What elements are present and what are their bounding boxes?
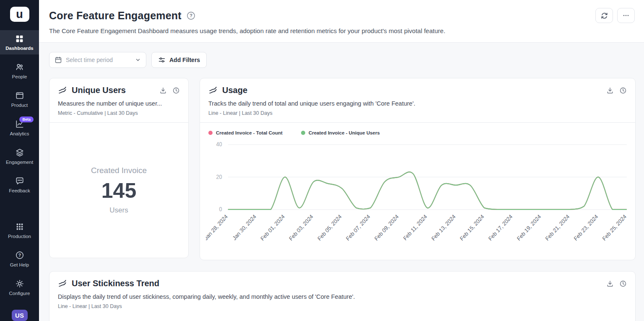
sidebar-item-label: Production	[8, 234, 31, 239]
main-area: Core Feature Engagement ? The Core Featu…	[39, 0, 644, 321]
people-icon	[15, 62, 24, 72]
svg-text:40: 40	[216, 141, 222, 148]
card-meta: Metric - Cumulative | Last 30 Days	[58, 110, 180, 116]
legend-label: Created Invoice - Unique Users	[309, 130, 380, 135]
usage-line-chart: 02040Jan 28, 2024Jan 30, 2024Feb 01, 202…	[206, 136, 632, 249]
sidebar-item-get-help[interactable]: ? Get Help	[0, 247, 39, 271]
sidebar-item-configure[interactable]: Configure	[0, 275, 39, 300]
product-icon	[15, 91, 24, 101]
filter-toolbar: Select time period Add Filters	[49, 52, 636, 68]
dashboards-icon	[15, 34, 24, 44]
legend-dot	[301, 131, 305, 135]
svg-text:Jan 28, 2024: Jan 28, 2024	[206, 213, 229, 242]
svg-text:Feb 13, 2024: Feb 13, 2024	[430, 213, 457, 242]
chevron-down-icon	[135, 57, 141, 63]
svg-text:Feb 15, 2024: Feb 15, 2024	[459, 213, 485, 242]
feedback-icon	[15, 176, 24, 186]
svg-text:Feb 09, 2024: Feb 09, 2024	[373, 213, 400, 242]
card-title: User Stickiness Trend	[72, 279, 159, 288]
cards-row: Unique Users Measures the number of uni	[49, 78, 636, 260]
sidebar-item-dashboards[interactable]: Dashboards	[0, 30, 39, 54]
page-title: Core Feature Engagement	[49, 10, 182, 22]
download-icon[interactable]	[159, 87, 167, 94]
more-options-button[interactable]	[617, 8, 635, 23]
sidebar-item-people[interactable]: People	[0, 59, 39, 83]
svg-text:0: 0	[219, 206, 222, 213]
sidebar-item-label: Product	[11, 103, 28, 108]
svg-text:?: ?	[18, 253, 21, 258]
refresh-button[interactable]	[595, 8, 613, 23]
filter-sliders-icon	[158, 56, 166, 64]
legend-dot	[208, 131, 213, 135]
dashboard-content: Select time period Add Filters	[39, 43, 644, 321]
page-header: Core Feature Engagement ? The Core Featu…	[39, 0, 644, 43]
svg-text:Feb 25, 2024: Feb 25, 2024	[601, 213, 628, 242]
svg-text:Feb 03, 2024: Feb 03, 2024	[288, 213, 314, 242]
svg-text:Feb 19, 2024: Feb 19, 2024	[516, 213, 542, 242]
sidebar-item-product[interactable]: Product	[0, 87, 39, 111]
legend-label: Created Invoice - Total Count	[216, 130, 283, 135]
beta-badge: Beta	[19, 116, 34, 122]
production-grid-icon	[16, 222, 24, 232]
waves-chart-icon	[58, 86, 67, 95]
usage-card: Usage Tracks the daily trend of total a	[200, 78, 636, 260]
help-icon[interactable]: ?	[187, 11, 195, 20]
chart-legend: Created Invoice - Total Count Created In…	[206, 127, 632, 136]
svg-text:Feb 21, 2024: Feb 21, 2024	[544, 213, 571, 242]
page-subtitle: The Core Feature Engagement Dashboard me…	[49, 27, 635, 34]
add-filters-label: Add Filters	[169, 57, 200, 63]
card-description: Measures the number of unique user...	[58, 100, 180, 107]
sidebar-item-label: Get Help	[10, 262, 29, 267]
card-title: Usage	[222, 85, 247, 95]
svg-text:Feb 07, 2024: Feb 07, 2024	[345, 213, 371, 242]
card-description: Displays the daily trend of user stickin…	[58, 293, 627, 300]
add-filters-button[interactable]: Add Filters	[151, 52, 207, 68]
userpilot-logo[interactable]: u	[10, 7, 29, 22]
clock-icon[interactable]	[172, 87, 180, 94]
time-period-select[interactable]: Select time period	[49, 52, 146, 68]
metric-value: 145	[101, 179, 136, 203]
sidebar-item-label: Dashboards	[5, 46, 33, 51]
sidebar-item-engagement[interactable]: Engagement	[0, 144, 39, 168]
sidebar-item-label: Engagement	[6, 160, 33, 165]
metric-label: Created Invoice	[91, 166, 147, 175]
svg-text:Feb 17, 2024: Feb 17, 2024	[487, 213, 514, 242]
card-meta: Line - Linear | Last 30 Days	[58, 303, 627, 309]
calendar-icon	[55, 56, 62, 64]
user-stickiness-card: User Stickiness Trend Displays the daily…	[49, 271, 636, 321]
svg-text:Jan 30, 2024: Jan 30, 2024	[231, 213, 257, 242]
sidebar-item-label: Feedback	[9, 188, 30, 193]
download-icon[interactable]	[606, 280, 614, 287]
sidebar-item-feedback[interactable]: Feedback	[0, 173, 39, 197]
time-period-placeholder: Select time period	[66, 57, 113, 63]
sidebar-item-analytics[interactable]: Beta Analytics	[0, 116, 39, 140]
usage-chart: Created Invoice - Total Count Created In…	[200, 123, 635, 260]
svg-text:Feb 11, 2024: Feb 11, 2024	[402, 213, 428, 242]
sidebar-item-label: Analytics	[10, 131, 29, 136]
engagement-icon	[15, 148, 24, 158]
legend-item-total-count[interactable]: Created Invoice - Total Count	[208, 130, 283, 135]
clock-icon[interactable]	[619, 280, 627, 287]
download-icon[interactable]	[606, 87, 614, 94]
user-avatar[interactable]: US	[12, 310, 28, 321]
sidebar-item-production[interactable]: Production	[0, 218, 39, 243]
svg-text:Feb 05, 2024: Feb 05, 2024	[317, 213, 343, 242]
sidebar-item-label: Configure	[9, 291, 30, 296]
waves-chart-icon	[208, 86, 218, 95]
sidebar: u Dashboards People Product Beta Analyt	[0, 0, 39, 321]
question-circle-icon: ?	[15, 250, 24, 260]
card-description: Tracks the daily trend of total and uniq…	[208, 100, 627, 107]
sidebar-item-label: People	[12, 74, 27, 79]
legend-item-unique-users[interactable]: Created Invoice - Unique Users	[301, 130, 380, 135]
svg-text:20: 20	[216, 173, 222, 180]
app-root: u Dashboards People Product Beta Analyt	[0, 0, 644, 321]
unique-users-card: Unique Users Measures the number of uni	[49, 78, 189, 258]
card-meta: Line - Linear | Last 30 Days	[208, 110, 627, 116]
metric-unit: Users	[109, 206, 128, 215]
svg-text:?: ?	[190, 13, 192, 18]
waves-chart-icon	[58, 279, 67, 288]
clock-icon[interactable]	[619, 87, 627, 94]
gear-icon	[15, 279, 24, 289]
metric-box: Created Invoice 145 Users	[49, 123, 188, 258]
svg-text:Feb 01, 2024: Feb 01, 2024	[260, 213, 286, 242]
